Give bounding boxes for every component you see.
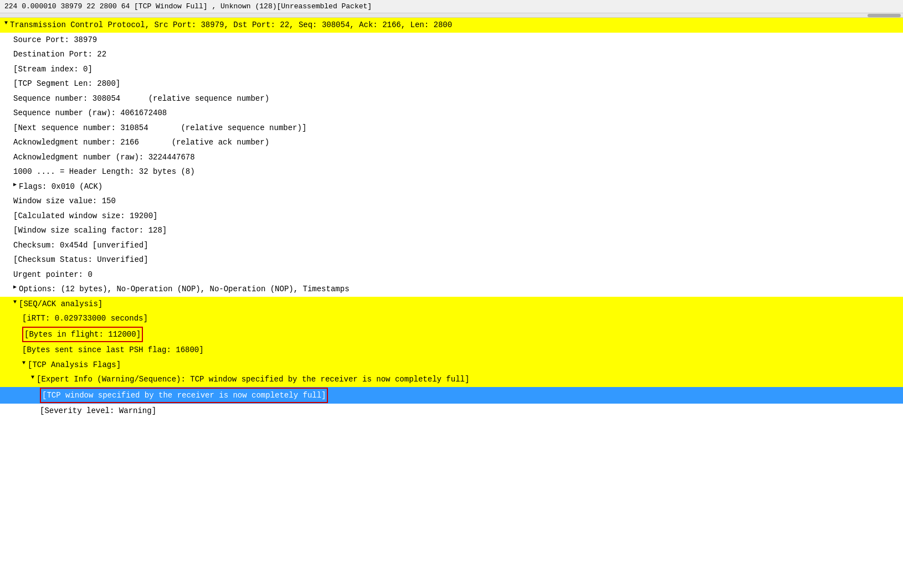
calc-window-size-label: [Calculated window size: 19200] xyxy=(13,209,157,223)
top-bar: 224 0.000010 38979 22 2800 64 [TCP Windo… xyxy=(0,0,903,13)
checksum-status-row: [Checksum Status: Unverified] xyxy=(0,252,903,267)
dest-port-row: Destination Port: 22 xyxy=(0,47,903,62)
tcp-header-row[interactable]: Transmission Control Protocol, Src Port:… xyxy=(0,18,903,33)
flags-expand-icon[interactable] xyxy=(13,180,17,190)
bytes-in-flight-row: [Bytes in flight: 112000] xyxy=(0,326,903,343)
expert-info-row[interactable]: [Expert Info (Warning/Sequence): TCP win… xyxy=(0,372,903,387)
ack-num-label: Acknowledgment number: 2166 (relative ac… xyxy=(13,136,269,149)
options-label: Options: (12 bytes), No-Operation (NOP),… xyxy=(19,282,350,296)
source-port-row: Source Port: 38979 xyxy=(0,33,903,48)
ack-num-raw-row: Acknowledgment number (raw): 3224447678 xyxy=(0,150,903,165)
tcp-analysis-flags-row[interactable]: [TCP Analysis Flags] xyxy=(0,358,903,373)
tcp-flags-header-label: [TCP Analysis Flags] xyxy=(28,358,121,372)
severity-row: [Severity level: Warning] xyxy=(0,404,903,419)
window-size-label: Window size value: 150 xyxy=(13,194,116,208)
bytes-psh-row: [Bytes sent since last PSH flag: 16800] xyxy=(0,343,903,358)
seq-ack-collapse-icon[interactable] xyxy=(13,297,17,307)
stream-index-label: [Stream index: 0] xyxy=(13,63,93,76)
checksum-label: Checksum: 0x454d [unverified] xyxy=(13,239,148,252)
seq-num-raw-row: Sequence number (raw): 4061672408 xyxy=(0,106,903,121)
calc-window-size-row: [Calculated window size: 19200] xyxy=(0,209,903,224)
header-len-label: 1000 .... = Header Length: 32 bytes (8) xyxy=(13,165,195,179)
source-port-label: Source Port: 38979 xyxy=(13,33,97,47)
seq-num-row: Sequence number: 308054 (relative sequen… xyxy=(0,91,903,106)
irtt-row: [iRTT: 0.029733000 seconds] xyxy=(0,311,903,326)
tcp-collapse-icon[interactable] xyxy=(4,18,8,28)
options-row[interactable]: Options: (12 bytes), No-Operation (NOP),… xyxy=(0,282,903,297)
tcp-flags-collapse-icon[interactable] xyxy=(22,358,25,368)
urgent-ptr-row: Urgent pointer: 0 xyxy=(0,267,903,282)
ack-num-row: Acknowledgment number: 2166 (relative ac… xyxy=(0,135,903,150)
window-scale-label: [Window size scaling factor: 128] xyxy=(13,224,167,238)
irtt-label: [iRTT: 0.029733000 seconds] xyxy=(22,312,148,326)
dest-port-label: Destination Port: 22 xyxy=(13,48,106,61)
top-bar-content: 224 0.000010 38979 22 2800 64 [TCP Windo… xyxy=(4,2,372,11)
options-expand-icon[interactable] xyxy=(13,282,17,292)
expert-info-collapse-icon[interactable] xyxy=(31,373,34,383)
flags-label: Flags: 0x010 (ACK) xyxy=(19,180,102,194)
bytes-psh-label: [Bytes sent since last PSH flag: 16800] xyxy=(22,343,204,357)
seq-ack-header-row[interactable]: [SEQ/ACK analysis] xyxy=(0,297,903,312)
next-seq-label: [Next sequence number: 310854 (relative … xyxy=(13,121,306,135)
horizontal-scrollbar[interactable] xyxy=(0,13,903,18)
seq-ack-header-label: [SEQ/ACK analysis] xyxy=(19,297,102,311)
checksum-status-label: [Checksum Status: Unverified] xyxy=(13,253,148,267)
tcp-header-label: Transmission Control Protocol, Src Port:… xyxy=(10,18,452,32)
tcp-window-msg-label: [TCP window specified by the receiver is… xyxy=(40,388,328,404)
expert-info-label: [Expert Info (Warning/Sequence): TCP win… xyxy=(37,373,469,386)
urgent-ptr-label: Urgent pointer: 0 xyxy=(13,268,93,282)
tcp-window-msg-row[interactable]: [TCP window specified by the receiver is… xyxy=(0,387,903,404)
window-scale-row: [Window size scaling factor: 128] xyxy=(0,223,903,238)
packet-detail-panel: Transmission Control Protocol, Src Port:… xyxy=(0,18,903,419)
checksum-row: Checksum: 0x454d [unverified] xyxy=(0,238,903,253)
window-size-row: Window size value: 150 xyxy=(0,194,903,209)
tcp-seg-len-label: [TCP Segment Len: 2800] xyxy=(13,77,120,91)
flags-row[interactable]: Flags: 0x010 (ACK) xyxy=(0,179,903,194)
seq-num-raw-label: Sequence number (raw): 4061672408 xyxy=(13,106,167,120)
ack-num-raw-label: Acknowledgment number (raw): 3224447678 xyxy=(13,151,195,164)
seq-num-label: Sequence number: 308054 (relative sequen… xyxy=(13,92,269,106)
next-seq-row: [Next sequence number: 310854 (relative … xyxy=(0,121,903,136)
tcp-seg-len-row: [TCP Segment Len: 2800] xyxy=(0,76,903,91)
bytes-in-flight-label: [Bytes in flight: 112000] xyxy=(22,327,143,343)
scrollbar-thumb[interactable] xyxy=(868,14,901,17)
header-len-row: 1000 .... = Header Length: 32 bytes (8) xyxy=(0,164,903,179)
severity-label: [Severity level: Warning] xyxy=(40,404,156,418)
stream-index-row: [Stream index: 0] xyxy=(0,62,903,77)
